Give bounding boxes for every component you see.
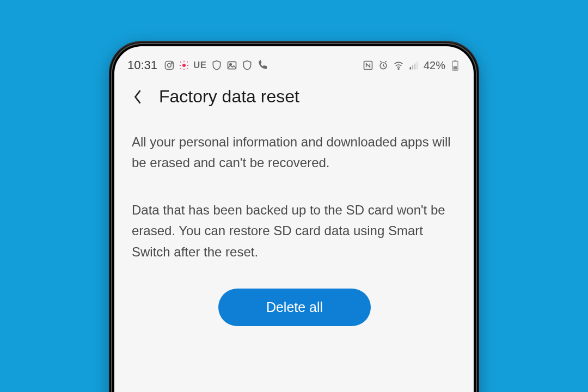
svg-rect-17	[409, 67, 411, 69]
ue-label: UE	[193, 60, 207, 71]
svg-rect-19	[414, 64, 416, 70]
action-row: Delete all	[132, 289, 457, 326]
status-bar: 10:31 UE	[114, 46, 474, 77]
page-title: Factory data reset	[159, 87, 299, 107]
svg-line-10	[180, 68, 181, 69]
phone-icon	[257, 60, 268, 71]
svg-point-2	[171, 63, 173, 64]
content-area: All your personal information and downlo…	[114, 113, 474, 326]
svg-point-3	[182, 64, 186, 67]
svg-rect-18	[412, 65, 414, 70]
svg-rect-12	[228, 62, 236, 69]
phone-screen: 10:31 UE	[114, 46, 474, 392]
back-button[interactable]	[128, 88, 147, 106]
wifi-icon	[393, 60, 404, 71]
signal-icon	[408, 60, 419, 71]
svg-rect-23	[454, 66, 457, 70]
alarm-icon	[378, 60, 389, 71]
warning-paragraph-1: All your personal information and downlo…	[132, 132, 457, 174]
status-time: 10:31	[127, 58, 157, 72]
shield-icon	[211, 60, 222, 71]
svg-point-1	[168, 64, 171, 68]
battery-percentage: 42%	[424, 59, 445, 72]
sun-icon	[179, 60, 189, 70]
nfc-icon	[363, 60, 373, 71]
status-left: 10:31 UE	[127, 58, 268, 72]
svg-line-9	[187, 62, 188, 63]
warning-paragraph-2: Data that has been backed up to the SD c…	[132, 200, 457, 262]
delete-all-button[interactable]: Delete all	[218, 289, 371, 326]
shield-icon	[242, 60, 253, 71]
status-right: 42%	[363, 59, 461, 72]
svg-line-8	[180, 62, 181, 63]
svg-point-16	[398, 69, 399, 70]
image-icon	[226, 60, 237, 71]
instagram-icon	[164, 60, 175, 71]
svg-rect-20	[416, 62, 418, 69]
phone-frame: 10:31 UE	[109, 41, 479, 392]
page-header: Factory data reset	[114, 77, 474, 113]
svg-line-11	[187, 68, 188, 69]
battery-icon	[450, 60, 461, 71]
